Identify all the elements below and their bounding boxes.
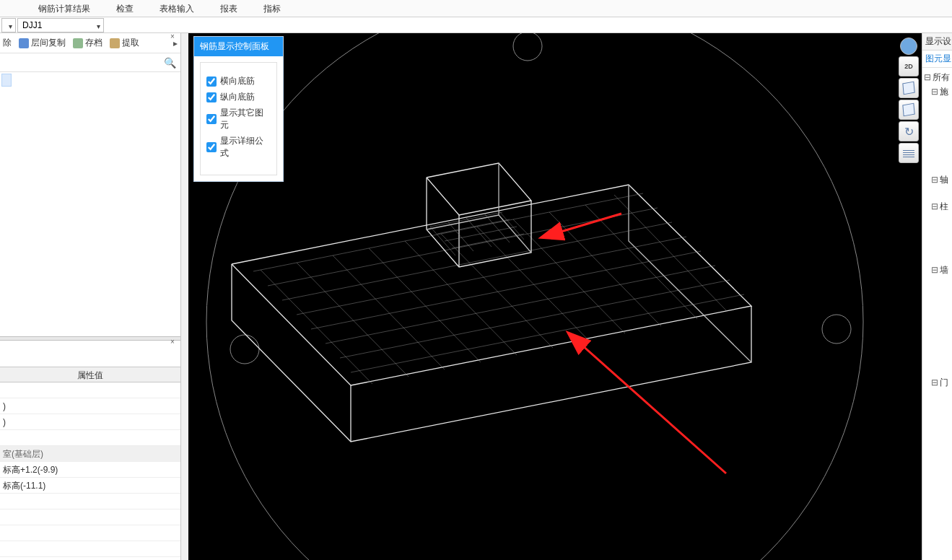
tree-leaf[interactable] [938, 240, 951, 250]
tree-leaf[interactable] [938, 252, 951, 262]
view-toolbar: 2D [899, 38, 920, 163]
menu-rebar-result[interactable]: 钢筋计算结果 [25, 0, 103, 17]
tree-leaf[interactable] [938, 100, 951, 110]
tree: ⊟所有 ⊟施 ⊟轴 ⊟柱 ⊟墙 ⊟门 [922, 68, 952, 417]
svg-point-0 [206, 33, 863, 560]
svg-point-2 [230, 335, 259, 364]
checkbox-show-detail-formula[interactable]: 显示详细公式 [206, 135, 271, 159]
search-icon[interactable]: 🔍 [164, 57, 176, 69]
svg-line-4 [253, 193, 643, 271]
layer-copy-button[interactable]: 层间复制 [19, 37, 66, 49]
tree-node-zhu[interactable]: ⊟柱 [931, 201, 951, 213]
view-iso-back-button[interactable] [899, 100, 919, 120]
close-icon[interactable]: × [170, 338, 178, 345]
checkbox-vertical-bottom[interactable]: 纵向底筋 [206, 91, 271, 103]
svg-line-30 [484, 214, 510, 242]
element-list [0, 72, 180, 88]
rebar-display-panel: 钢筋显示控制面板 横向底筋 纵向底筋 显示其它图元 显示详细公式 [193, 36, 284, 182]
tree-leaf[interactable] [938, 215, 951, 225]
delete-button[interactable]: 除 [3, 37, 12, 49]
tree-node-men[interactable]: ⊟门 [931, 377, 951, 389]
svg-line-11 [351, 294, 744, 372]
table-row[interactable]: ) [0, 414, 180, 430]
menu-table-input[interactable]: 表格输入 [147, 0, 207, 17]
svg-line-10 [340, 280, 730, 358]
svg-line-17 [441, 234, 553, 348]
tree-leaf[interactable] [938, 352, 951, 362]
globe-icon[interactable] [900, 38, 917, 55]
table-row[interactable]: ) [0, 398, 180, 414]
tree-leaf[interactable] [938, 113, 951, 123]
properties-header: 属性值 [0, 367, 180, 382]
display-settings-panel: 显示设 图元显 ⊟所有 ⊟施 ⊟轴 ⊟柱 ⊟墙 ⊟门 [922, 33, 952, 560]
svg-point-1 [513, 33, 542, 61]
dropdown-element[interactable]: DJJ1 [17, 18, 104, 32]
tree-leaf[interactable] [938, 403, 951, 414]
properties-table: ) ) 室(基础层) 标高+1.2(-9.9) 标高(-11.1) [0, 382, 180, 557]
svg-line-21 [585, 205, 697, 319]
combo-row: DJJ1 [0, 17, 952, 33]
tree-leaf[interactable] [938, 149, 951, 159]
tree-leaf[interactable] [938, 227, 951, 237]
panel-title: 显示设 [922, 33, 952, 51]
list-item[interactable] [1, 74, 12, 87]
checkbox-horizontal-bottom[interactable]: 横向底筋 [206, 75, 271, 87]
dropdown-small[interactable] [1, 18, 16, 32]
table-row[interactable]: 标高(-11.1) [0, 478, 180, 494]
table-row[interactable]: 室(基础层) [0, 446, 180, 462]
tree-leaf[interactable] [938, 279, 951, 289]
close-icon[interactable]: × [170, 32, 178, 40]
table-row[interactable] [0, 430, 180, 446]
tree-leaf[interactable] [938, 291, 951, 301]
copy-icon [19, 38, 29, 48]
rotate-button[interactable] [899, 121, 919, 141]
svg-line-26 [452, 234, 524, 248]
svg-line-31 [499, 211, 524, 240]
menu-check[interactable]: 检查 [103, 0, 147, 17]
svg-line-13 [297, 263, 409, 377]
table-row[interactable] [0, 525, 180, 541]
save-button[interactable]: 存档 [73, 37, 102, 49]
menu-report[interactable]: 报表 [207, 0, 250, 17]
extract-button[interactable]: 提取 [110, 37, 139, 49]
menu-index[interactable]: 指标 [250, 0, 294, 17]
table-row[interactable] [0, 541, 180, 557]
tree-node-zhou[interactable]: ⊟轴 [931, 174, 951, 186]
bars-icon [903, 149, 914, 157]
tree-node-all[interactable]: ⊟所有 [924, 71, 951, 84]
view-2d-button[interactable]: 2D [899, 56, 919, 76]
tree-leaf[interactable] [938, 328, 951, 338]
tree-leaf[interactable] [938, 315, 951, 325]
view-iso-front-button[interactable] [899, 78, 919, 98]
tab-element-display[interactable]: 图元显 [922, 51, 952, 68]
viewport-3d[interactable] [188, 33, 922, 560]
svg-line-24 [437, 219, 510, 234]
svg-line-33 [559, 214, 621, 232]
svg-line-22 [614, 195, 726, 310]
svg-line-25 [445, 227, 517, 241]
svg-line-34 [582, 345, 726, 473]
checkbox-show-other-elements[interactable]: 显示其它图元 [206, 107, 271, 131]
save-icon [73, 38, 83, 48]
tree-leaf[interactable] [938, 340, 951, 350]
search-input[interactable] [0, 53, 180, 71]
tree-leaf[interactable] [938, 391, 951, 401]
tree-leaf[interactable] [938, 162, 951, 172]
tree-leaf[interactable] [938, 303, 951, 313]
table-row[interactable] [0, 494, 180, 509]
svg-line-18 [477, 227, 589, 341]
table-row[interactable]: 标高+1.2(-9.9) [0, 462, 180, 478]
table-row[interactable] [0, 382, 180, 398]
tree-leaf[interactable] [938, 364, 951, 375]
extract-icon [110, 38, 120, 48]
grid-toggle-button[interactable] [899, 143, 919, 163]
splitter[interactable] [0, 336, 180, 341]
tree-leaf[interactable] [938, 137, 951, 147]
svg-line-28 [448, 222, 473, 251]
table-row[interactable] [0, 509, 180, 525]
model-svg [188, 33, 922, 560]
tree-leaf[interactable] [938, 125, 951, 135]
tree-leaf[interactable] [938, 188, 951, 198]
tree-node-shi[interactable]: ⊟施 [931, 86, 951, 98]
tree-node-qiang[interactable]: ⊟墙 [931, 264, 951, 276]
